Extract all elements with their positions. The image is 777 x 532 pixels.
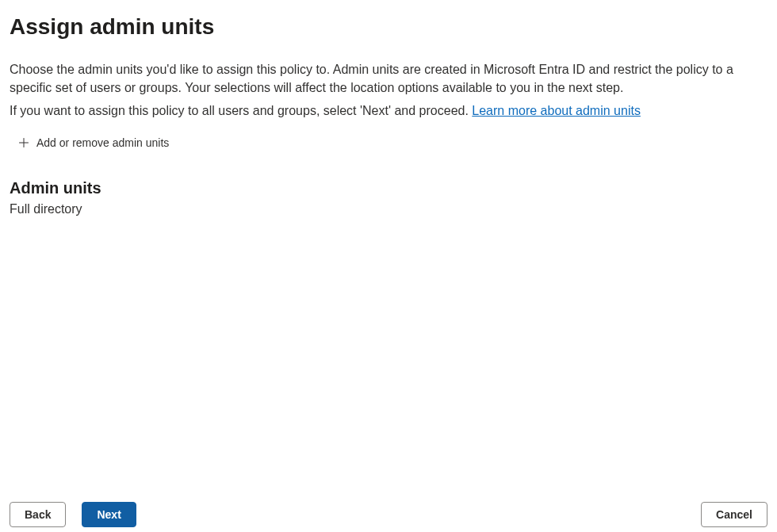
wizard-footer: Back Next Cancel — [10, 502, 767, 527]
add-remove-label: Add or remove admin units — [36, 136, 169, 149]
admin-units-value: Full directory — [10, 202, 767, 216]
next-button[interactable]: Next — [82, 502, 136, 527]
back-button[interactable]: Back — [10, 502, 66, 527]
page-title: Assign admin units — [10, 14, 767, 40]
plus-icon — [17, 136, 30, 149]
add-remove-admin-units-button[interactable]: Add or remove admin units — [17, 135, 767, 151]
description-prefix: If you want to assign this policy to all… — [10, 104, 472, 117]
learn-more-link[interactable]: Learn more about admin units — [472, 104, 641, 117]
assign-admin-units-page: Assign admin units Choose the admin unit… — [0, 0, 777, 532]
description-text-1: Choose the admin units you'd like to ass… — [10, 60, 767, 97]
footer-left-group: Back Next — [10, 502, 136, 527]
description-text-2: If you want to assign this policy to all… — [10, 101, 767, 120]
cancel-button[interactable]: Cancel — [701, 502, 767, 527]
admin-units-heading: Admin units — [10, 179, 767, 197]
